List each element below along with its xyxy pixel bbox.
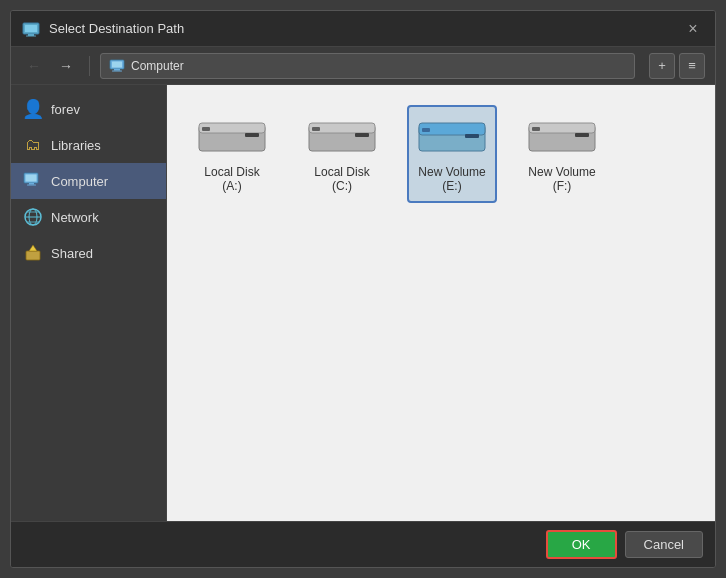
footer: OK Cancel xyxy=(11,521,715,567)
sidebar-item-network[interactable]: Network xyxy=(11,199,166,235)
sidebar-item-computer[interactable]: Computer xyxy=(11,163,166,199)
svg-rect-3 xyxy=(26,35,36,36)
new-folder-button[interactable]: + xyxy=(649,53,675,79)
disk-a-label: Local Disk (A:) xyxy=(197,165,267,193)
disk-f-icon xyxy=(527,115,597,159)
disk-e-icon xyxy=(417,115,487,159)
main-file-area: Local Disk (A:) Local Disk (C:) xyxy=(167,85,715,521)
address-text: Computer xyxy=(131,59,184,73)
svg-rect-10 xyxy=(29,183,34,185)
svg-rect-6 xyxy=(114,69,120,71)
dialog-icon xyxy=(21,19,41,39)
sidebar-item-label: Shared xyxy=(51,246,93,261)
user-icon: 👤 xyxy=(23,99,43,119)
svg-rect-11 xyxy=(27,185,36,186)
svg-rect-1 xyxy=(25,25,37,32)
sidebar-item-label: Network xyxy=(51,210,99,225)
svg-rect-25 xyxy=(355,133,369,137)
svg-rect-9 xyxy=(26,175,37,182)
computer-icon xyxy=(23,171,43,191)
sidebar-item-label: forev xyxy=(51,102,80,117)
sidebar: 👤 forev 🗂 Libraries Computer xyxy=(11,85,167,521)
toolbar-separator xyxy=(89,56,90,76)
close-button[interactable]: × xyxy=(681,17,705,41)
file-item-disk-f[interactable]: New Volume (F:) xyxy=(517,105,607,203)
content-area: 👤 forev 🗂 Libraries Computer xyxy=(11,85,715,521)
back-button[interactable]: ← xyxy=(21,53,47,79)
svg-rect-30 xyxy=(422,128,430,132)
svg-rect-29 xyxy=(465,134,479,138)
svg-rect-34 xyxy=(532,127,540,131)
file-grid: Local Disk (A:) Local Disk (C:) xyxy=(187,105,695,203)
disk-e-label: New Volume (E:) xyxy=(417,165,487,193)
dialog-title: Select Destination Path xyxy=(49,21,681,36)
file-item-disk-e[interactable]: New Volume (E:) xyxy=(407,105,497,203)
sidebar-item-shared[interactable]: Shared xyxy=(11,235,166,271)
svg-rect-17 xyxy=(26,251,40,260)
select-destination-dialog: Select Destination Path × ← → Computer +… xyxy=(10,10,716,568)
svg-rect-26 xyxy=(312,127,320,131)
title-bar: Select Destination Path × xyxy=(11,11,715,47)
view-toggle-button[interactable]: ≡ xyxy=(679,53,705,79)
network-icon xyxy=(23,207,43,227)
sidebar-item-libraries[interactable]: 🗂 Libraries xyxy=(11,127,166,163)
sidebar-item-label: Computer xyxy=(51,174,108,189)
disk-c-icon xyxy=(307,115,377,159)
libraries-icon: 🗂 xyxy=(23,135,43,155)
sidebar-item-forev[interactable]: 👤 forev xyxy=(11,91,166,127)
forward-button[interactable]: → xyxy=(53,53,79,79)
disk-a-icon xyxy=(197,115,267,159)
svg-marker-18 xyxy=(29,245,37,251)
svg-rect-21 xyxy=(245,133,259,137)
file-item-disk-c[interactable]: Local Disk (C:) xyxy=(297,105,387,203)
disk-c-label: Local Disk (C:) xyxy=(307,165,377,193)
ok-button[interactable]: OK xyxy=(546,530,617,559)
svg-rect-7 xyxy=(112,70,122,71)
file-item-disk-a[interactable]: Local Disk (A:) xyxy=(187,105,277,203)
toolbar-actions: + ≡ xyxy=(649,53,705,79)
svg-rect-5 xyxy=(112,61,122,67)
computer-address-icon xyxy=(109,58,125,74)
shared-icon xyxy=(23,243,43,263)
cancel-button[interactable]: Cancel xyxy=(625,531,703,558)
sidebar-item-label: Libraries xyxy=(51,138,101,153)
disk-f-label: New Volume (F:) xyxy=(527,165,597,193)
address-bar: Computer xyxy=(100,53,635,79)
svg-rect-22 xyxy=(202,127,210,131)
toolbar: ← → Computer + ≡ xyxy=(11,47,715,85)
svg-rect-33 xyxy=(575,133,589,137)
